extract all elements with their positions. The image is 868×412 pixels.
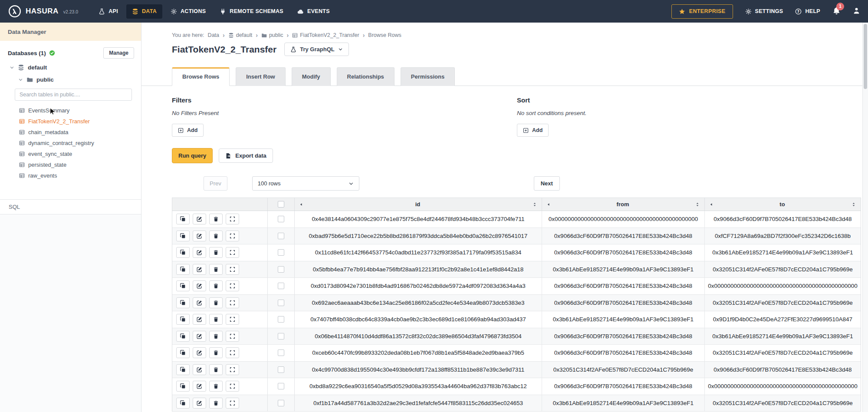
user-menu-button[interactable] bbox=[853, 7, 860, 16]
sidebar-table-dynamic_contract_registry[interactable]: dynamic_contract_registry bbox=[0, 138, 141, 148]
copy-row-button[interactable] bbox=[176, 347, 190, 358]
nav-item-events[interactable]: EVENTS bbox=[292, 4, 335, 19]
page-size-select[interactable]: 100 rows bbox=[252, 176, 359, 191]
edit-row-button[interactable] bbox=[193, 247, 206, 258]
edit-row-button[interactable] bbox=[193, 231, 206, 241]
row-checkbox[interactable] bbox=[278, 316, 284, 323]
expand-row-button[interactable] bbox=[226, 247, 239, 258]
copy-row-button[interactable] bbox=[176, 381, 190, 392]
copy-row-button[interactable] bbox=[176, 247, 190, 258]
sidebar-table-raw_events[interactable]: raw_events bbox=[0, 170, 141, 181]
column-header-from[interactable]: from bbox=[542, 198, 705, 211]
column-header-to[interactable]: to bbox=[705, 198, 861, 211]
breadcrumb-item-data[interactable]: Data bbox=[208, 32, 219, 38]
expand-row-button[interactable] bbox=[226, 331, 239, 342]
edit-row-button[interactable] bbox=[193, 398, 206, 409]
row-checkbox[interactable] bbox=[278, 366, 284, 373]
search-tables-input[interactable] bbox=[15, 89, 132, 101]
sidebar-table-chain_metadata[interactable]: chain_metadata bbox=[0, 127, 141, 138]
copy-row-button[interactable] bbox=[176, 314, 190, 325]
select-all-checkbox[interactable] bbox=[278, 201, 284, 208]
copy-row-button[interactable] bbox=[176, 280, 190, 291]
column-header-id[interactable]: id bbox=[295, 198, 542, 211]
nav-item-api[interactable]: API bbox=[93, 4, 124, 19]
prev-page-button[interactable]: Prev bbox=[204, 176, 227, 191]
edit-row-button[interactable] bbox=[193, 264, 206, 275]
row-checkbox[interactable] bbox=[278, 283, 284, 289]
row-checkbox[interactable] bbox=[278, 333, 284, 339]
expand-row-button[interactable] bbox=[226, 280, 239, 291]
row-checkbox[interactable] bbox=[278, 233, 284, 239]
edit-row-button[interactable] bbox=[193, 314, 206, 325]
copy-row-button[interactable] bbox=[176, 297, 190, 308]
vertical-scrollbar[interactable] bbox=[862, 23, 868, 412]
next-page-button[interactable]: Next bbox=[534, 176, 560, 191]
expand-row-button[interactable] bbox=[226, 398, 239, 409]
expand-row-button[interactable] bbox=[226, 364, 239, 375]
tab-browse-rows[interactable]: Browse Rows bbox=[172, 67, 230, 86]
trash-row-button[interactable] bbox=[209, 297, 223, 308]
trash-row-button[interactable] bbox=[209, 247, 223, 258]
copy-row-button[interactable] bbox=[176, 231, 190, 241]
nav-item-data[interactable]: DATA bbox=[126, 4, 162, 19]
row-checkbox[interactable] bbox=[278, 383, 284, 389]
row-checkbox[interactable] bbox=[278, 400, 284, 406]
expand-row-button[interactable] bbox=[226, 347, 239, 358]
breadcrumb-item-browse-rows[interactable]: Browse Rows bbox=[368, 32, 401, 38]
trash-row-button[interactable] bbox=[209, 381, 223, 392]
row-checkbox[interactable] bbox=[278, 300, 284, 306]
help-button[interactable]: ? HELP bbox=[795, 8, 820, 15]
sidebar-database-default[interactable]: default bbox=[0, 64, 141, 71]
try-graphql-button[interactable]: Try GraphQL bbox=[284, 43, 349, 56]
expand-row-button[interactable] bbox=[226, 214, 239, 224]
trash-row-button[interactable] bbox=[209, 280, 223, 291]
copy-row-button[interactable] bbox=[176, 264, 190, 275]
add-filter-button[interactable]: Add bbox=[172, 124, 204, 137]
run-query-button[interactable]: Run query bbox=[172, 148, 213, 163]
edit-row-button[interactable] bbox=[193, 331, 206, 342]
sidebar-schema-public[interactable]: public bbox=[0, 76, 141, 83]
enterprise-button[interactable]: ENTERPRISE bbox=[671, 4, 733, 19]
trash-row-button[interactable] bbox=[209, 347, 223, 358]
row-checkbox[interactable] bbox=[278, 216, 284, 222]
sidebar-item-sql[interactable]: SQL bbox=[0, 199, 141, 214]
copy-row-button[interactable] bbox=[176, 398, 190, 409]
trash-row-button[interactable] bbox=[209, 231, 223, 241]
sidebar-table-event_sync_state[interactable]: event_sync_state bbox=[0, 148, 141, 159]
row-checkbox[interactable] bbox=[278, 266, 284, 273]
nav-item-actions[interactable]: ACTIONS bbox=[165, 4, 211, 19]
tab-modify[interactable]: Modify bbox=[292, 67, 331, 86]
notifications-button[interactable]: 1 bbox=[832, 7, 841, 16]
trash-row-button[interactable] bbox=[209, 364, 223, 375]
add-sort-button[interactable]: Add bbox=[517, 124, 549, 137]
settings-button[interactable]: SETTINGS bbox=[745, 8, 783, 15]
manage-button[interactable]: Manage bbox=[103, 47, 134, 59]
edit-row-button[interactable] bbox=[193, 364, 206, 375]
trash-row-button[interactable] bbox=[209, 314, 223, 325]
tab-permissions[interactable]: Permissions bbox=[401, 67, 455, 86]
scrollbar-thumb[interactable] bbox=[864, 24, 867, 89]
trash-row-button[interactable] bbox=[209, 264, 223, 275]
breadcrumb-item-default[interactable]: default bbox=[228, 32, 253, 38]
copy-row-button[interactable] bbox=[176, 364, 190, 375]
sidebar-table-persisted_state[interactable]: persisted_state bbox=[0, 159, 141, 170]
chevron-down-icon[interactable] bbox=[10, 65, 14, 70]
brand[interactable]: HASURA v2.23.0 bbox=[8, 4, 78, 18]
edit-row-button[interactable] bbox=[193, 214, 206, 224]
export-data-button[interactable]: Export data bbox=[219, 148, 273, 163]
row-checkbox[interactable] bbox=[278, 349, 284, 356]
sidebar-table-EventsSummary[interactable]: EventsSummary bbox=[0, 105, 141, 116]
expand-row-button[interactable] bbox=[226, 231, 239, 241]
edit-row-button[interactable] bbox=[193, 381, 206, 392]
trash-row-button[interactable] bbox=[209, 214, 223, 224]
expand-row-button[interactable] bbox=[226, 297, 239, 308]
breadcrumb-item-public[interactable]: public bbox=[261, 32, 283, 38]
tab-relationships[interactable]: Relationships bbox=[337, 67, 395, 86]
tab-insert-row[interactable]: Insert Row bbox=[236, 67, 285, 86]
copy-row-button[interactable] bbox=[176, 214, 190, 224]
trash-row-button[interactable] bbox=[209, 398, 223, 409]
expand-row-button[interactable] bbox=[226, 264, 239, 275]
edit-row-button[interactable] bbox=[193, 280, 206, 291]
row-checkbox[interactable] bbox=[278, 249, 284, 256]
expand-row-button[interactable] bbox=[226, 381, 239, 392]
